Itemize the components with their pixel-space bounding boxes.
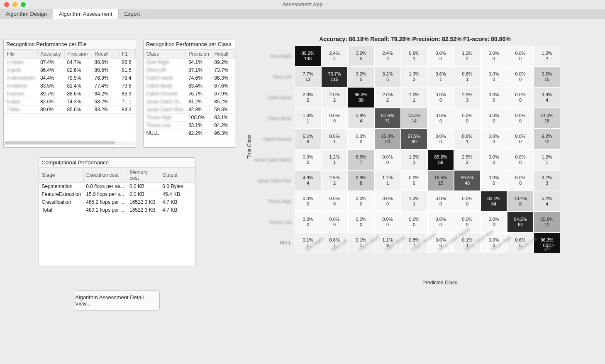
cm-cell: 86.3%88 bbox=[348, 87, 374, 108]
table-row[interactable]: Dive Right84.1%89.2% bbox=[144, 59, 235, 66]
cm-cell: 15.8%12 bbox=[534, 212, 560, 232]
cm-summary: Accuracy: 86.18% Recall: 79.28% Precisio… bbox=[245, 36, 585, 42]
table-row[interactable]: 2-janik86.4%82.6%80.5%81.5 bbox=[4, 66, 136, 74]
table-row[interactable]: Jump Catch Run82.8%59.3% bbox=[144, 106, 235, 114]
cm-cell: 0.0%0 bbox=[295, 149, 321, 170]
table-row[interactable]: Jump Catch St...81.2%85.2% bbox=[144, 98, 235, 106]
cm-cell: 0.0%0 bbox=[348, 191, 374, 212]
cm-cell: 0.0%0 bbox=[481, 87, 507, 108]
cm-cell: 89.2%148 bbox=[295, 46, 321, 66]
cm-row-label: Throw Low bbox=[245, 212, 295, 232]
table-row[interactable]: FeatureExtraction15.0 flops per s...0.0 … bbox=[39, 191, 195, 198]
cm-cell: 0.0%0 bbox=[295, 191, 321, 212]
cm-cell: 3.9%4 bbox=[534, 87, 560, 108]
cm-cell: 0.0%0 bbox=[507, 149, 534, 170]
cm-cell: 2.5%2 bbox=[321, 170, 348, 191]
cm-cell: 1.2%2 bbox=[534, 46, 560, 66]
cm-cell: 0.0%0 bbox=[295, 212, 321, 232]
column-header[interactable]: Precision bbox=[64, 50, 92, 59]
table-row[interactable]: Catch Hand74.6%86.3% bbox=[144, 74, 235, 82]
table-row[interactable]: 4-markus83.5%82.4%77.4%79.8 bbox=[4, 82, 136, 90]
table-row[interactable]: 6-alex82.6%74.3%68.2%71.1 bbox=[4, 98, 136, 106]
cm-cell: 3.8%4 bbox=[348, 108, 374, 129]
cm-cell: 59.3%48 bbox=[454, 170, 481, 191]
cm-cell: 2.0%2 bbox=[295, 87, 321, 108]
file-panel-title: Recognition Performance per File bbox=[4, 39, 136, 49]
cm-cell: 0.0%0 bbox=[321, 212, 348, 232]
cm-cell: 0.0%0 bbox=[401, 212, 427, 232]
column-header[interactable]: Output bbox=[160, 168, 188, 183]
cm-cell: 1.2%1 bbox=[401, 149, 427, 170]
cm-cell: 2.4%4 bbox=[321, 46, 348, 66]
table-row[interactable]: Catch Ground76.7%67.9% bbox=[144, 90, 235, 98]
column-header[interactable]: File bbox=[4, 50, 38, 59]
table-row[interactable]: 1-niklas87.4%84.7%88.6%86.6 bbox=[4, 59, 136, 66]
cm-cell: 2.0%2 bbox=[321, 87, 348, 108]
column-header[interactable]: Stage bbox=[39, 168, 84, 183]
cm-row-label: NULL bbox=[245, 232, 295, 253]
class-panel-title: Recognition Performance per Class bbox=[144, 39, 235, 49]
class-performance-table: ClassPrecisionRecall Dive Right84.1%89.2… bbox=[144, 49, 235, 137]
table-row[interactable]: Dive Left87.1%73.7% bbox=[144, 66, 235, 74]
cm-cell: 0.0%0 bbox=[348, 212, 374, 232]
computational-performance-table: StageExecution costMemory costOutput Seg… bbox=[39, 168, 195, 214]
detail-view-button[interactable]: Algorithm Assessment Detail View... bbox=[75, 290, 160, 311]
column-header[interactable]: Execution cost bbox=[83, 168, 127, 183]
table-row[interactable]: Catch Body63.4%67.6% bbox=[144, 82, 235, 90]
cm-cell: 8.6%7 bbox=[348, 149, 374, 170]
table-row[interactable]: Throw Low83.1%84.2% bbox=[144, 122, 235, 129]
table-row[interactable]: NULL92.2%96.3% bbox=[144, 129, 235, 137]
table-row[interactable]: 7-felix89.0%85.6%83.2%84.3 bbox=[4, 106, 136, 114]
cm-cell: 0.6%1 bbox=[427, 66, 454, 87]
column-header[interactable]: Memory cost bbox=[127, 168, 160, 183]
cm-cell: 1.3%2 bbox=[401, 66, 427, 87]
table-row[interactable]: Throw High100.0%83.1% bbox=[144, 114, 235, 122]
cm-cell: 3.7%3 bbox=[534, 170, 560, 191]
column-header[interactable]: Accuracy bbox=[38, 50, 65, 59]
cm-cell: 1.0%1 bbox=[295, 108, 321, 129]
cm-cell: 2.0%2 bbox=[374, 87, 401, 108]
cm-cell: 4.9%4 bbox=[295, 170, 321, 191]
cm-cell: 1.3%1 bbox=[401, 191, 427, 212]
column-header[interactable]: Recall bbox=[92, 50, 120, 59]
cm-row-label: Catch Body bbox=[245, 108, 295, 129]
tab-algorithm-design[interactable]: Algorithm Design bbox=[0, 9, 53, 19]
column-header[interactable]: Precision bbox=[186, 50, 212, 59]
cm-cell: 0.0%0 bbox=[321, 191, 348, 212]
cm-cell: 0.6%1 bbox=[454, 66, 481, 87]
cm-cell: 1.2%1 bbox=[374, 170, 401, 191]
cm-cell: 3.0%5 bbox=[348, 46, 374, 66]
cm-cell: 83.1%64 bbox=[481, 191, 507, 212]
cm-cell: 6.1%8 bbox=[295, 129, 321, 149]
cm-cell: 0.0%0 bbox=[427, 212, 454, 232]
cm-row-label: Jump Catch Run bbox=[245, 170, 295, 191]
cm-row-label: Catch Ground bbox=[245, 129, 295, 149]
tab-export[interactable]: Export bbox=[119, 9, 146, 19]
column-header[interactable]: F1 bbox=[119, 50, 135, 59]
cm-cell: 0.0%0 bbox=[507, 87, 534, 108]
file-performance-table: FileAccuracyPrecisionRecallF1 1-niklas87… bbox=[4, 49, 136, 114]
cm-cell: 0.0%0 bbox=[481, 46, 507, 66]
cm-cell: 0.0%0 bbox=[507, 66, 534, 87]
file-table-scrollbar[interactable] bbox=[5, 141, 135, 145]
column-header[interactable]: Class bbox=[144, 50, 186, 59]
titlebar: Assessment App bbox=[0, 0, 605, 9]
cm-cell: 0.0%0 bbox=[481, 66, 507, 87]
table-row[interactable]: Segmentation0.0 flops per sa...0.0 KB0.0… bbox=[39, 183, 195, 191]
cm-cell: 7.7%12 bbox=[295, 66, 321, 87]
cm-cell: 0.0%0 bbox=[427, 108, 454, 129]
table-row[interactable]: Classification465.2 flops per ...16522.3… bbox=[39, 198, 195, 206]
cm-cell: 9.9%8 bbox=[348, 170, 374, 191]
cm-cell: 0.0%0 bbox=[348, 129, 374, 149]
cm-row-label: Throw High bbox=[245, 191, 295, 212]
cm-cell: 0.8%1 bbox=[454, 129, 481, 149]
table-row[interactable]: Total480.1 flops per ...16522.3 KB4.7 KB bbox=[39, 206, 195, 214]
cm-cell: 2.5%2 bbox=[454, 149, 481, 170]
tab-algorithm-assessment[interactable]: Algorithm Assessment bbox=[53, 9, 119, 19]
cm-cell: 5.2%4 bbox=[534, 191, 560, 212]
column-header[interactable]: Recall bbox=[212, 50, 234, 59]
table-row[interactable]: 5-lorenz89.7%88.6%84.2%86.3 bbox=[4, 90, 136, 98]
table-row[interactable]: 3-alessandro84.4%79.9%76.9%78.4 bbox=[4, 74, 136, 82]
cm-cell: 18.5%15 bbox=[427, 170, 454, 191]
cm-cell: 0.0%0 bbox=[374, 212, 401, 232]
